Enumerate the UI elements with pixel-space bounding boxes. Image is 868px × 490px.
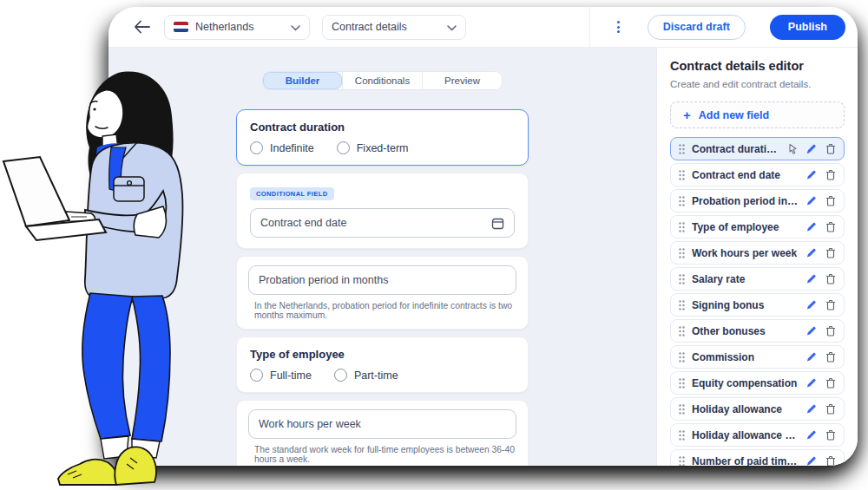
drag-handle-icon[interactable] [679,404,685,415]
radio-icon[interactable] [337,141,350,154]
field-row-salary-rate[interactable]: Salary rate [670,267,845,291]
country-select[interactable]: Netherlands [164,15,310,40]
chevron-down-icon [291,19,300,35]
trash-icon[interactable] [825,455,836,466]
conditional-field-badge: CONDITIONAL FIELD [250,187,334,200]
card-contract-end-date[interactable]: CONDITIONAL FIELD Contract end date [236,173,529,249]
radio-fixed-term[interactable]: Fixed-term [337,141,409,154]
field-row-contract-duration[interactable]: Contract duration [670,137,845,160]
field-row-label: Commission [692,351,799,363]
back-button[interactable] [131,16,152,37]
work-hours-input[interactable]: Work hours per week [248,409,516,439]
panel-title: Contract details editor [670,59,845,73]
app-window: Netherlands Contract details Discard dra… [108,7,858,466]
drag-handle-icon[interactable] [679,300,685,310]
laptop-screen [3,157,69,226]
card-work-hours[interactable]: Work hours per week The standard work we… [236,400,529,466]
trash-icon[interactable] [825,299,836,310]
panel-subtitle: Create and edit contract details. [670,79,845,89]
card-probation-period[interactable]: Probation period in months In the Nether… [236,256,529,330]
tab-preview[interactable]: Preview [422,72,502,89]
field-row-signing-bonus[interactable]: Signing bonus [670,293,845,317]
template-select-value: Contract details [332,21,407,33]
edit-pencil-icon[interactable] [806,221,817,232]
field-row-paid-time-off-days[interactable]: Number of paid time off days [670,449,845,466]
field-row-commission[interactable]: Commission [670,345,845,369]
card-type-of-employee[interactable]: Type of employee Full-time Part-time [236,336,529,393]
kebab-menu-icon[interactable] [609,17,628,36]
drag-handle-icon[interactable] [679,326,685,336]
edit-pencil-icon[interactable] [806,377,817,389]
tab-conditionals[interactable]: Conditionals [342,72,422,89]
plus-icon: + [683,108,691,121]
add-new-field-button[interactable]: + Add new field [670,101,845,128]
edit-pencil-icon[interactable] [806,143,817,154]
radio-full-time[interactable]: Full-time [250,369,312,382]
field-row-label: Holiday allowance payment fre... [692,429,799,441]
radio-indefinite[interactable]: Indefinite [250,141,314,154]
radio-icon[interactable] [334,369,347,382]
trash-icon[interactable] [825,169,836,180]
trash-icon[interactable] [825,325,836,336]
edit-pencil-icon[interactable] [806,273,817,284]
drag-handle-icon[interactable] [679,352,685,363]
edit-pencil-icon[interactable] [806,455,817,466]
field-row-holiday-allowance-payment-frequency[interactable]: Holiday allowance payment fre... [670,423,845,447]
edit-pencil-icon[interactable] [806,429,817,441]
edit-pencil-icon[interactable] [806,325,817,336]
card-contract-duration[interactable]: Contract duration Indefinite Fixed-term [236,109,529,166]
field-row-label: Contract duration [692,143,779,155]
publish-button[interactable]: Publish [770,15,845,40]
edit-pencil-icon[interactable] [806,351,817,363]
radio-icon[interactable] [250,141,263,154]
template-select[interactable]: Contract details [322,15,466,40]
drag-handle-icon[interactable] [679,274,685,284]
drag-handle-icon[interactable] [679,248,685,258]
trash-icon[interactable] [825,429,836,441]
tab-bar: Builder Conditionals Preview [262,71,503,90]
drag-handle-icon[interactable] [679,144,685,154]
field-row-work-hours[interactable]: Work hours per week [670,241,845,265]
field-row-label: Equity compensation [692,377,799,389]
field-row-equity-compensation[interactable]: Equity compensation [670,371,845,395]
work-hours-helper-text: The standard work week for full-time emp… [248,445,516,464]
field-row-contract-end-date[interactable]: Contract end date [670,163,845,186]
trash-icon[interactable] [825,195,836,206]
trash-icon[interactable] [825,143,836,154]
drag-handle-icon[interactable] [679,378,685,389]
probation-period-input[interactable]: Probation period in months [248,265,516,295]
trash-icon[interactable] [825,247,836,258]
drag-handle-icon[interactable] [679,430,685,441]
trash-icon[interactable] [825,273,836,284]
topbar: Netherlands Contract details Discard dra… [108,7,858,48]
trash-icon[interactable] [825,351,836,363]
edit-pencil-icon[interactable] [806,247,817,258]
trash-icon[interactable] [825,377,836,389]
trash-icon[interactable] [825,221,836,232]
contract-end-date-input[interactable]: Contract end date [250,208,515,238]
field-row-probation-period[interactable]: Probation period in months [670,189,845,212]
edit-pencil-icon[interactable] [806,169,817,180]
discard-draft-button[interactable]: Discard draft [648,15,746,40]
drag-handle-icon[interactable] [679,170,685,180]
trash-icon[interactable] [825,403,836,415]
tab-builder[interactable]: Builder [263,72,342,89]
edit-pencil-icon[interactable] [806,195,817,206]
hand [61,212,95,228]
shoe-front [58,460,117,485]
field-row-other-bonuses[interactable]: Other bonuses [670,319,845,343]
field-row-holiday-allowance[interactable]: Holiday allowance [670,397,845,421]
edit-pencil-icon[interactable] [806,403,817,415]
drag-handle-icon[interactable] [679,196,685,206]
radio-part-time[interactable]: Part-time [334,369,398,382]
chevron-down-icon [447,19,457,35]
drag-handle-icon[interactable] [679,456,685,467]
edit-pencil-icon[interactable] [806,299,817,310]
field-row-type-of-employee[interactable]: Type of employee [670,215,845,238]
field-row-label: Signing bonus [692,299,799,311]
calendar-icon[interactable] [491,217,504,230]
radio-icon[interactable] [250,369,263,382]
contract-end-date-placeholder: Contract end date [260,217,346,229]
field-list: Contract duration [670,137,845,466]
drag-handle-icon[interactable] [679,222,685,232]
